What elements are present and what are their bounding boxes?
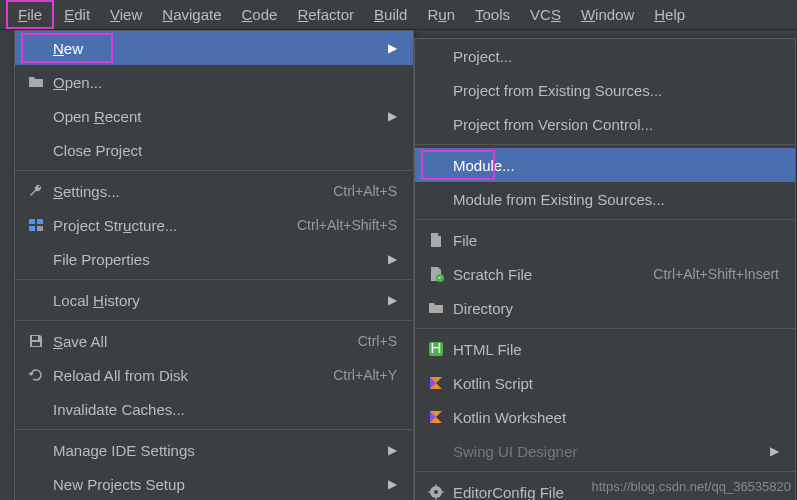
menu-file[interactable]: File: [6, 0, 54, 29]
reload-icon: [25, 366, 47, 384]
menu-item-label: Swing UI Designer: [453, 443, 770, 460]
menu-code[interactable]: Code: [232, 2, 288, 27]
blank-icon: [25, 39, 47, 57]
new-menu-kotlin-script[interactable]: Kotlin Script: [415, 366, 795, 400]
blank-icon: [25, 141, 47, 159]
menu-item-label: Project Structure...: [53, 217, 297, 234]
menu-edit[interactable]: Edit: [54, 2, 100, 27]
menu-run[interactable]: Run: [417, 2, 465, 27]
menu-build[interactable]: Build: [364, 2, 417, 27]
file-menu-open[interactable]: Open...: [15, 65, 413, 99]
new-menu-module-from-existing-sources[interactable]: Module from Existing Sources...: [415, 182, 795, 216]
menu-item-label: Invalidate Caches...: [53, 401, 397, 418]
menu-item-label: Local History: [53, 292, 388, 309]
chevron-right-icon: ▶: [388, 443, 397, 457]
new-menu-module[interactable]: Module...: [415, 148, 795, 182]
chevron-right-icon: ▶: [388, 477, 397, 491]
new-menu-project-from-existing-sources[interactable]: Project from Existing Sources...: [415, 73, 795, 107]
svg-rect-2: [29, 226, 35, 231]
new-menu-project-from-version-control[interactable]: Project from Version Control...: [415, 107, 795, 141]
file-icon: [425, 231, 447, 249]
kotlin-icon: [425, 408, 447, 426]
file-menu-file-properties[interactable]: File Properties▶: [15, 242, 413, 276]
shortcut: Ctrl+Alt+Shift+S: [297, 217, 397, 233]
file-menu-settings[interactable]: Settings...Ctrl+Alt+S: [15, 174, 413, 208]
menu-window[interactable]: Window: [571, 2, 644, 27]
save-icon: [25, 332, 47, 350]
file-menu-open-recent[interactable]: Open Recent▶: [15, 99, 413, 133]
svg-point-10: [434, 490, 438, 494]
menu-item-label: File Properties: [53, 251, 388, 268]
separator: [415, 471, 795, 472]
file-menu-close-project[interactable]: Close Project: [15, 133, 413, 167]
separator: [415, 219, 795, 220]
menu-view[interactable]: View: [100, 2, 152, 27]
chevron-right-icon: ▶: [388, 109, 397, 123]
menu-item-label: Directory: [453, 300, 779, 317]
blank-icon: [425, 442, 447, 460]
blank-icon: [25, 107, 47, 125]
menu-item-label: Settings...: [53, 183, 333, 200]
menu-navigate[interactable]: Navigate: [152, 2, 231, 27]
new-menu-directory[interactable]: Directory: [415, 291, 795, 325]
separator: [15, 170, 413, 171]
menu-vcs[interactable]: VCS: [520, 2, 571, 27]
file-menu-new-projects-setup[interactable]: New Projects Setup▶: [15, 467, 413, 500]
menu-item-label: Open...: [53, 74, 397, 91]
structure-icon: [25, 216, 47, 234]
shortcut: Ctrl+Alt+Y: [333, 367, 397, 383]
menu-item-label: Manage IDE Settings: [53, 442, 388, 459]
menu-item-label: Kotlin Worksheet: [453, 409, 779, 426]
watermark: https://blog.csdn.net/qq_36535820: [592, 479, 792, 494]
shortcut: Ctrl+S: [358, 333, 397, 349]
file-menu-new[interactable]: New▶: [15, 31, 413, 65]
menu-item-label: Module...: [453, 157, 779, 174]
menu-item-label: Kotlin Script: [453, 375, 779, 392]
menu-item-label: Scratch File: [453, 266, 653, 283]
menu-item-label: File: [453, 232, 779, 249]
blank-icon: [25, 400, 47, 418]
svg-rect-0: [29, 219, 35, 224]
menu-item-label: Module from Existing Sources...: [453, 191, 779, 208]
menu-refactor[interactable]: Refactor: [287, 2, 364, 27]
file-menu-save-all[interactable]: Save AllCtrl+S: [15, 324, 413, 358]
svg-rect-5: [32, 342, 40, 346]
menu-item-label: Project from Version Control...: [453, 116, 779, 133]
new-menu-project[interactable]: Project...: [415, 39, 795, 73]
menu-item-label: New Projects Setup: [53, 476, 388, 493]
menu-item-label: Open Recent: [53, 108, 388, 125]
menu-item-label: New: [53, 40, 388, 57]
html-icon: H: [425, 340, 447, 358]
svg-rect-1: [37, 219, 43, 224]
menu-item-label: Close Project: [53, 142, 397, 159]
menu-help[interactable]: Help: [644, 2, 695, 27]
menu-item-label: Project...: [453, 48, 779, 65]
separator: [415, 144, 795, 145]
new-menu-scratch-file[interactable]: Scratch FileCtrl+Alt+Shift+Insert: [415, 257, 795, 291]
menu-item-label: Save All: [53, 333, 358, 350]
file-menu-reload-all-from-disk[interactable]: Reload All from DiskCtrl+Alt+Y: [15, 358, 413, 392]
blank-icon: [25, 475, 47, 493]
menu-item-label: HTML File: [453, 341, 779, 358]
separator: [15, 429, 413, 430]
new-menu-swing-ui-designer[interactable]: Swing UI Designer▶: [415, 434, 795, 468]
new-menu-kotlin-worksheet[interactable]: Kotlin Worksheet: [415, 400, 795, 434]
blank-icon: [425, 190, 447, 208]
blank-icon: [25, 441, 47, 459]
editorconfig-icon: [425, 483, 447, 500]
chevron-right-icon: ▶: [388, 41, 397, 55]
file-menu: New▶Open...Open Recent▶Close ProjectSett…: [14, 30, 414, 500]
separator: [415, 328, 795, 329]
new-menu-html-file[interactable]: HHTML File: [415, 332, 795, 366]
scratch-icon: [425, 265, 447, 283]
file-menu-project-structure[interactable]: Project Structure...Ctrl+Alt+Shift+S: [15, 208, 413, 242]
file-menu-invalidate-caches[interactable]: Invalidate Caches...: [15, 392, 413, 426]
menu-tools[interactable]: Tools: [465, 2, 520, 27]
blank-icon: [425, 81, 447, 99]
new-menu-file[interactable]: File: [415, 223, 795, 257]
file-menu-manage-ide-settings[interactable]: Manage IDE Settings▶: [15, 433, 413, 467]
svg-rect-3: [37, 226, 43, 231]
shortcut: Ctrl+Alt+Shift+Insert: [653, 266, 779, 282]
file-menu-local-history[interactable]: Local History▶: [15, 283, 413, 317]
separator: [15, 320, 413, 321]
